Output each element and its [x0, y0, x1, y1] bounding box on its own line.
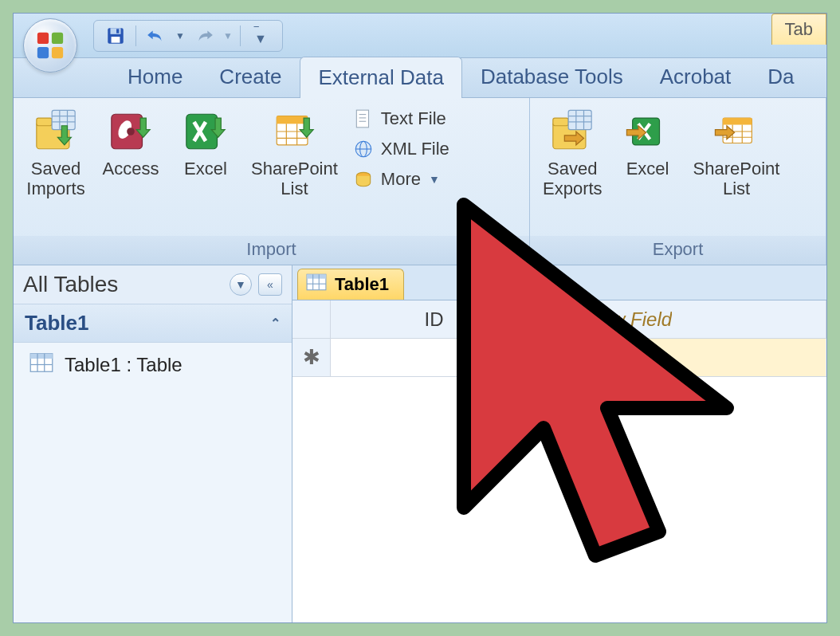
column-header-add-field[interactable]: Add New Field [538, 300, 826, 338]
export-excel-button[interactable]: Excel [612, 103, 684, 183]
qat-customize-button[interactable]: ‾▼ [245, 23, 276, 49]
tab-database-tools[interactable]: Database Tools [462, 56, 642, 97]
ribbon-group-label: Import [14, 236, 529, 265]
import-sharepoint-button[interactable]: SharePoint List [245, 103, 344, 204]
access-icon [108, 108, 154, 155]
svg-rect-42 [723, 118, 752, 124]
export-sharepoint-button[interactable]: SharePoint List [687, 103, 787, 204]
tab-extra[interactable]: Da [749, 56, 812, 97]
import-text-file-button[interactable]: Text File [347, 106, 454, 132]
undo-icon [146, 28, 167, 44]
nav-group-header[interactable]: Table1 ⌃ [14, 304, 292, 343]
nav-item-table1[interactable]: Table1 : Table [14, 343, 292, 387]
collapse-icon: ⌃ [270, 316, 281, 331]
import-excel-button[interactable]: Excel [170, 103, 241, 183]
svg-rect-6 [112, 37, 120, 43]
save-button[interactable] [100, 23, 131, 49]
cell-add-new[interactable] [538, 339, 826, 376]
document-tabs: Table1 [292, 265, 826, 300]
svg-rect-5 [111, 28, 121, 34]
sharepoint-icon [271, 108, 317, 155]
xml-file-icon [352, 138, 375, 160]
table-icon [306, 273, 327, 296]
svg-rect-48 [30, 354, 53, 359]
svg-rect-53 [307, 274, 326, 278]
content-area: All Tables ▼ « Table1 ⌃ Table1 : Table [14, 265, 826, 622]
excel-export-icon [625, 108, 671, 155]
chevron-down-icon: ▼ [429, 173, 440, 186]
nav-pane-title: All Tables [23, 272, 118, 297]
svg-rect-25 [356, 110, 368, 128]
redo-icon [194, 28, 214, 44]
text-file-icon [352, 108, 375, 130]
ribbon-tabs: Home Create External Data Database Tools… [14, 58, 826, 98]
svg-rect-35 [568, 110, 591, 129]
save-icon [105, 26, 126, 46]
tab-create[interactable]: Create [201, 56, 300, 97]
ribbon-group-import: Saved Imports Access [14, 98, 530, 265]
doc-tab-table1[interactable]: Table1 [297, 269, 404, 300]
svg-rect-20 [277, 116, 308, 124]
ribbon-group-export: Saved Exports Excel [530, 98, 826, 265]
column-header-id[interactable]: ID [331, 300, 538, 338]
excel-icon [183, 108, 229, 155]
navigation-pane: All Tables ▼ « Table1 ⌃ Table1 : Table [14, 265, 292, 622]
datasheet-area: Table1 ID Add New Field ✱ (New) [292, 265, 826, 622]
import-xml-file-button[interactable]: XML File [347, 136, 454, 162]
saved-exports-button[interactable]: Saved Exports [536, 103, 609, 204]
svg-rect-3 [52, 47, 63, 58]
saved-imports-icon [33, 108, 79, 155]
ribbon: Saved Imports Access [14, 98, 826, 265]
svg-rect-1 [52, 33, 63, 44]
nav-pane-header[interactable]: All Tables ▼ « [14, 265, 292, 304]
tab-home[interactable]: Home [109, 56, 201, 97]
nav-collapse-button[interactable]: « [258, 273, 282, 296]
table-icon [29, 352, 53, 378]
tab-external-data[interactable]: External Data [300, 57, 462, 98]
datasheet-grid[interactable]: ID Add New Field ✱ (New) [292, 300, 826, 622]
svg-point-17 [127, 128, 135, 135]
select-all-cell[interactable] [292, 300, 331, 338]
qat-separator [240, 26, 241, 46]
import-more-button[interactable]: More ▼ [347, 167, 454, 192]
new-row-indicator[interactable]: ✱ [292, 339, 331, 376]
grid-header-row: ID Add New Field [292, 300, 826, 339]
contextual-tab-label: Tab [771, 14, 826, 45]
office-logo-icon [35, 30, 65, 61]
quick-access-toolbar: ▼ ▼ ‾▼ [93, 20, 283, 52]
undo-dropdown[interactable]: ▼ [173, 23, 187, 49]
redo-button[interactable] [189, 23, 219, 49]
svg-rect-0 [37, 33, 49, 44]
cell-id-new[interactable]: (New) [331, 339, 538, 376]
ribbon-group-label: Export [530, 236, 826, 265]
grid-new-row[interactable]: ✱ (New) [292, 339, 826, 377]
tab-acrobat[interactable]: Acrobat [642, 56, 750, 97]
access-window: ▼ ▼ ‾▼ Tab Home Create External Data Dat… [13, 13, 827, 623]
saved-exports-icon [549, 108, 595, 155]
import-access-button[interactable]: Access [95, 103, 167, 183]
svg-rect-2 [37, 47, 49, 58]
more-icon [352, 168, 375, 190]
svg-rect-9 [37, 118, 52, 126]
redo-dropdown[interactable]: ▼ [221, 23, 235, 49]
saved-imports-button[interactable]: Saved Imports [20, 103, 92, 204]
qat-separator [135, 26, 136, 46]
undo-button[interactable] [141, 23, 171, 49]
office-button[interactable] [23, 18, 77, 73]
sharepoint-export-icon [713, 108, 760, 155]
titlebar: ▼ ▼ ‾▼ Tab [14, 14, 826, 58]
svg-rect-34 [553, 118, 568, 126]
svg-rect-7 [116, 29, 119, 33]
nav-dropdown-button[interactable]: ▼ [230, 273, 252, 296]
